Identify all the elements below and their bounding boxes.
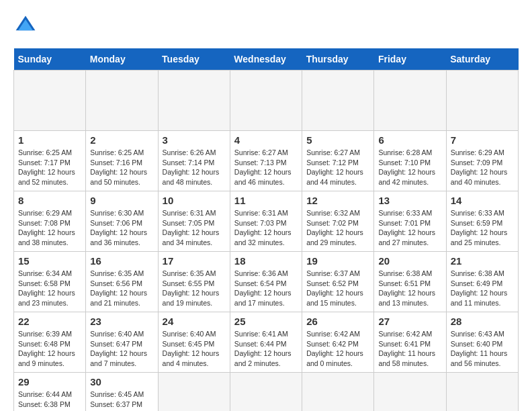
- sunrise: Sunrise: 6:45 AM: [90, 390, 144, 398]
- calendar-cell: [158, 71, 230, 131]
- day-number: 6: [378, 134, 441, 146]
- cell-content: Sunrise: 6:41 AM Sunset: 6:44 PM Dayligh…: [234, 329, 298, 369]
- calendar-cell: [230, 71, 302, 131]
- sunrise: Sunrise: 6:35 AM: [163, 269, 216, 277]
- calendar-cell: 6 Sunrise: 6:28 AM Sunset: 7:10 PM Dayli…: [374, 131, 446, 191]
- daylight: Daylight: 12 hours and 40 minutes.: [451, 168, 508, 186]
- calendar-cell: [158, 373, 230, 412]
- daylight: Daylight: 12 hours and 9 minutes.: [18, 349, 75, 367]
- sunset: Sunset: 7:16 PM: [90, 158, 142, 167]
- sunrise: Sunrise: 6:38 AM: [451, 269, 504, 277]
- page-header: [13, 13, 519, 38]
- sunset: Sunset: 7:06 PM: [90, 219, 142, 227]
- day-number: 13: [378, 195, 441, 206]
- calendar-cell: 21 Sunrise: 6:38 AM Sunset: 6:49 PM Dayl…: [446, 252, 518, 312]
- calendar-cell: [302, 71, 374, 131]
- calendar-cell: [14, 71, 86, 131]
- calendar-cell: 24 Sunrise: 6:40 AM Sunset: 6:45 PM Dayl…: [158, 312, 230, 373]
- daylight: Daylight: 12 hours and 27 minutes.: [378, 228, 435, 246]
- calendar-cell: 10 Sunrise: 6:31 AM Sunset: 7:05 PM Dayl…: [158, 191, 230, 252]
- day-number: 14: [451, 195, 514, 206]
- daylight: Daylight: 12 hours and 2 minutes.: [234, 349, 292, 367]
- sunset: Sunset: 7:13 PM: [234, 158, 287, 167]
- day-number: 2: [90, 134, 153, 146]
- cell-content: Sunrise: 6:26 AM Sunset: 7:14 PM Dayligh…: [163, 148, 226, 187]
- sunrise: Sunrise: 6:40 AM: [163, 330, 216, 338]
- daylight: Daylight: 12 hours and 48 minutes.: [163, 168, 220, 186]
- daylight: Daylight: 12 hours and 17 minutes.: [234, 289, 292, 307]
- calendar-cell: [230, 373, 302, 412]
- cell-content: Sunrise: 6:34 AM Sunset: 6:58 PM Dayligh…: [18, 269, 81, 308]
- cell-content: Sunrise: 6:42 AM Sunset: 6:41 PM Dayligh…: [378, 329, 441, 369]
- day-number: 20: [378, 255, 441, 267]
- calendar-cell: [374, 71, 446, 131]
- cell-content: Sunrise: 6:35 AM Sunset: 6:56 PM Dayligh…: [90, 269, 153, 308]
- cell-content: Sunrise: 6:29 AM Sunset: 7:08 PM Dayligh…: [18, 208, 81, 248]
- sunset: Sunset: 7:05 PM: [163, 219, 215, 227]
- daylight: Daylight: 12 hours and 29 minutes.: [306, 228, 363, 246]
- sunset: Sunset: 6:38 PM: [18, 400, 71, 408]
- sunset: Sunset: 7:09 PM: [451, 158, 503, 167]
- calendar-cell: 2 Sunrise: 6:25 AM Sunset: 7:16 PM Dayli…: [86, 131, 158, 191]
- week-row-4: 15 Sunrise: 6:34 AM Sunset: 6:58 PM Dayl…: [14, 252, 519, 312]
- day-number: 17: [163, 255, 226, 267]
- calendar-cell: 23 Sunrise: 6:40 AM Sunset: 6:47 PM Dayl…: [86, 312, 158, 373]
- sunset: Sunset: 6:48 PM: [18, 340, 71, 348]
- daylight: Daylight: 12 hours and 15 minutes.: [306, 289, 363, 307]
- header-friday: Friday: [374, 48, 446, 71]
- calendar-cell: 8 Sunrise: 6:29 AM Sunset: 7:08 PM Dayli…: [14, 191, 86, 252]
- daylight: Daylight: 12 hours and 34 minutes.: [163, 228, 220, 246]
- header-monday: Monday: [86, 48, 158, 71]
- calendar-cell: [302, 373, 374, 412]
- calendar-cell: 9 Sunrise: 6:30 AM Sunset: 7:06 PM Dayli…: [86, 191, 158, 252]
- day-number: 29: [18, 376, 81, 387]
- day-number: 7: [451, 134, 514, 146]
- day-number: 4: [234, 134, 298, 146]
- logo: [13, 13, 42, 38]
- sunrise: Sunrise: 6:33 AM: [451, 209, 504, 217]
- day-number: 11: [234, 195, 298, 206]
- daylight: Daylight: 12 hours and 4 minutes.: [163, 349, 220, 367]
- calendar-cell: 15 Sunrise: 6:34 AM Sunset: 6:58 PM Dayl…: [14, 252, 86, 312]
- cell-content: Sunrise: 6:35 AM Sunset: 6:55 PM Dayligh…: [163, 269, 226, 308]
- cell-content: Sunrise: 6:40 AM Sunset: 6:47 PM Dayligh…: [90, 329, 153, 369]
- calendar-cell: 16 Sunrise: 6:35 AM Sunset: 6:56 PM Dayl…: [86, 252, 158, 312]
- sunrise: Sunrise: 6:39 AM: [18, 330, 72, 338]
- calendar-cell: [86, 71, 158, 131]
- sunrise: Sunrise: 6:31 AM: [234, 209, 288, 217]
- sunset: Sunset: 7:17 PM: [18, 158, 71, 167]
- sunset: Sunset: 7:02 PM: [306, 219, 359, 227]
- calendar-cell: 5 Sunrise: 6:27 AM Sunset: 7:12 PM Dayli…: [302, 131, 374, 191]
- header-tuesday: Tuesday: [158, 48, 230, 71]
- cell-content: Sunrise: 6:37 AM Sunset: 6:52 PM Dayligh…: [306, 269, 369, 308]
- day-number: 27: [378, 316, 441, 327]
- daylight: Daylight: 12 hours and 32 minutes.: [234, 228, 292, 246]
- calendar-cell: [374, 373, 446, 412]
- sunset: Sunset: 6:44 PM: [234, 340, 287, 348]
- cell-content: Sunrise: 6:38 AM Sunset: 6:49 PM Dayligh…: [451, 269, 514, 308]
- cell-content: Sunrise: 6:27 AM Sunset: 7:13 PM Dayligh…: [234, 148, 298, 187]
- calendar-cell: 12 Sunrise: 6:32 AM Sunset: 7:02 PM Dayl…: [302, 191, 374, 252]
- sunrise: Sunrise: 6:34 AM: [18, 269, 72, 277]
- daylight: Daylight: 12 hours and 50 minutes.: [90, 168, 147, 186]
- sunrise: Sunrise: 6:36 AM: [234, 269, 288, 277]
- sunrise: Sunrise: 6:27 AM: [306, 148, 360, 156]
- cell-content: Sunrise: 6:31 AM Sunset: 7:03 PM Dayligh…: [234, 208, 298, 248]
- sunset: Sunset: 7:14 PM: [163, 158, 215, 167]
- sunrise: Sunrise: 6:43 AM: [451, 330, 504, 338]
- daylight: Daylight: 12 hours and 23 minutes.: [18, 289, 75, 307]
- header-wednesday: Wednesday: [230, 48, 302, 71]
- sunrise: Sunrise: 6:41 AM: [234, 330, 288, 338]
- header-saturday: Saturday: [446, 48, 518, 71]
- cell-content: Sunrise: 6:33 AM Sunset: 6:59 PM Dayligh…: [451, 208, 514, 248]
- header-thursday: Thursday: [302, 48, 374, 71]
- sunrise: Sunrise: 6:44 AM: [18, 390, 72, 398]
- calendar-cell: 17 Sunrise: 6:35 AM Sunset: 6:55 PM Dayl…: [158, 252, 230, 312]
- sunrise: Sunrise: 6:35 AM: [90, 269, 144, 277]
- sunset: Sunset: 6:55 PM: [163, 279, 215, 287]
- sunset: Sunset: 6:45 PM: [163, 340, 215, 348]
- sunset: Sunset: 7:10 PM: [378, 158, 431, 167]
- day-number: 23: [90, 316, 153, 327]
- day-number: 1: [18, 134, 81, 146]
- cell-content: Sunrise: 6:28 AM Sunset: 7:10 PM Dayligh…: [378, 148, 441, 187]
